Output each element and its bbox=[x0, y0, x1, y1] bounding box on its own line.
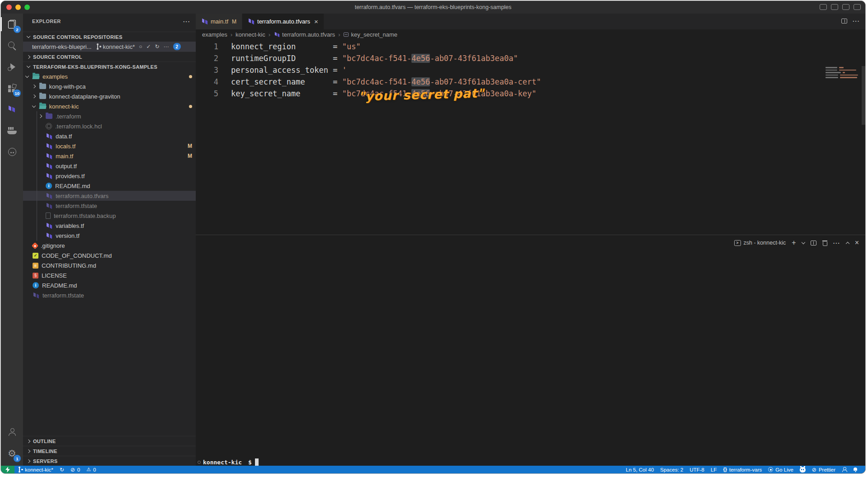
tab-main-tf[interactable]: main.tf M bbox=[196, 14, 242, 29]
tree-item-konnect-kic[interactable]: konnect-kic bbox=[23, 101, 196, 111]
tree-item-code-of-conduct-md[interactable]: CODE_OF_CONDUCT.md bbox=[23, 250, 196, 260]
minimap[interactable] bbox=[826, 67, 858, 80]
activity-run-debug[interactable] bbox=[1, 56, 23, 77]
close-window-button[interactable] bbox=[6, 5, 12, 10]
repo-row[interactable]: terraform-eks-bluepri... konnect-kic* ○ … bbox=[23, 42, 196, 52]
layout-toggle-panel[interactable] bbox=[831, 4, 838, 10]
run-debug-icon bbox=[8, 63, 16, 71]
layout-toggle-secondary-sidebar[interactable] bbox=[842, 4, 849, 10]
tree-item-main-tf[interactable]: main.tf M bbox=[23, 151, 196, 161]
code-line-item[interactable]: 1 konnect_region = "us" bbox=[196, 41, 865, 52]
layout-toggle-primary-sidebar[interactable] bbox=[820, 4, 827, 10]
panel-more-actions-icon[interactable]: ··· bbox=[833, 240, 840, 246]
tree-item-locals-tf[interactable]: locals.tf M bbox=[23, 141, 196, 151]
activity-accounts[interactable] bbox=[1, 421, 23, 443]
crumb-examples[interactable]: examples bbox=[202, 31, 227, 38]
tree-item-variables-tf[interactable]: variables.tf bbox=[23, 221, 196, 231]
activity-extensions[interactable]: 10 bbox=[1, 77, 23, 99]
repo-cloud-icon[interactable]: ○ bbox=[139, 44, 142, 49]
status-remote[interactable] bbox=[1, 466, 14, 473]
minimize-window-button[interactable] bbox=[15, 5, 21, 10]
terminal-output[interactable]: konnect-kic $ bbox=[203, 255, 863, 466]
status-notifications[interactable] bbox=[850, 466, 861, 473]
status-eol[interactable]: LF bbox=[708, 466, 720, 473]
tree-item-terraform[interactable]: .terraform bbox=[23, 111, 196, 121]
status-indentation[interactable]: Spaces: 2 bbox=[657, 466, 686, 473]
status-go-live[interactable]: Go Live bbox=[765, 466, 797, 473]
repo-refresh-icon[interactable]: ↻ bbox=[155, 44, 160, 49]
editor-more-actions-icon[interactable]: ··· bbox=[853, 18, 860, 24]
code-line-item[interactable]: 4 cert_secret_name = "bc7dc4ac-f541-4e56… bbox=[196, 76, 865, 88]
split-terminal-icon[interactable] bbox=[811, 241, 816, 246]
activity-explorer[interactable]: 2 bbox=[1, 14, 23, 35]
code-editor[interactable]: 1 konnect_region = "us" 2 runtimeGroupID… bbox=[196, 41, 865, 235]
shell-selector[interactable]: zsh - konnect-kic bbox=[734, 240, 786, 246]
maximize-panel-icon[interactable] bbox=[846, 241, 849, 245]
chevron-right-icon bbox=[27, 439, 30, 443]
code-line-item[interactable]: 3 personal_access_token = ' bbox=[196, 64, 865, 76]
activity-settings[interactable]: 1 bbox=[1, 443, 23, 464]
tree-item-output-tf[interactable]: output.tf bbox=[23, 161, 196, 171]
status-errors[interactable]: 0 bbox=[67, 466, 83, 473]
terraform-icon bbox=[201, 19, 208, 24]
section-source-control-repositories[interactable]: SOURCE CONTROL REPOSITORIES bbox=[23, 32, 196, 42]
close-panel-icon[interactable] bbox=[855, 239, 859, 246]
launch-profile-chevron-icon[interactable] bbox=[802, 242, 805, 244]
new-terminal-icon[interactable] bbox=[792, 239, 796, 246]
tree-item-terraform-lock-hcl[interactable]: .terraform.lock.hcl bbox=[23, 121, 196, 131]
editor-scrollbar[interactable] bbox=[862, 66, 865, 125]
layout-customize-layout[interactable] bbox=[854, 4, 861, 10]
zoom-window-button[interactable] bbox=[24, 5, 30, 10]
tree-item-terraform-tfstate-backup[interactable]: terraform.tfstate.backup bbox=[23, 211, 196, 221]
status-github[interactable] bbox=[797, 466, 809, 473]
status-language-mode[interactable]: terraform-vars bbox=[720, 466, 765, 473]
tree-item-terraform-tfstate[interactable]: terraform.tfstate bbox=[23, 290, 196, 300]
activity-terraform[interactable] bbox=[1, 99, 23, 120]
file-tree: examples kong-with-pca konnect-dataplane… bbox=[23, 71, 196, 300]
close-tab-icon[interactable]: × bbox=[314, 18, 318, 25]
activity-github[interactable] bbox=[1, 141, 23, 162]
repo-more-icon[interactable]: ··· bbox=[164, 44, 169, 49]
split-editor-icon[interactable] bbox=[841, 19, 847, 24]
status-encoding[interactable]: UTF-8 bbox=[686, 466, 708, 473]
tree-item-data-tf[interactable]: data.tf bbox=[23, 131, 196, 141]
tree-item-terraform-auto-tfvars[interactable]: terraform.auto.tfvars bbox=[23, 191, 196, 201]
tree-item-license[interactable]: LICENSE bbox=[23, 270, 196, 280]
kill-terminal-icon[interactable] bbox=[822, 240, 827, 246]
activity-search[interactable] bbox=[1, 35, 23, 56]
section-source-control[interactable]: SOURCE CONTROL bbox=[23, 52, 196, 61]
tree-item-examples[interactable]: examples bbox=[23, 71, 196, 81]
tree-item-terraform-tfstate[interactable]: terraform.tfstate bbox=[23, 201, 196, 211]
tree-item-kong-with-pca[interactable]: kong-with-pca bbox=[23, 81, 196, 91]
tree-item-gitignore[interactable]: .gitignore bbox=[23, 241, 196, 250]
section-workspace[interactable]: TERRAFORM-EKS-BLUEPRINTS-KONG-SAMPLES bbox=[23, 61, 196, 71]
tree-item-readme-md[interactable]: README.md bbox=[23, 181, 196, 191]
tree-item-contributing-md[interactable]: CONTRIBUTING.md bbox=[23, 260, 196, 270]
handwritten-annotation: "your secret pat" bbox=[359, 86, 485, 103]
octoface-icon bbox=[800, 467, 806, 472]
code-line-item[interactable]: 2 runtimeGroupID = "bc7dc4ac-f541-4e56-a… bbox=[196, 52, 865, 64]
tree-item-readme-md[interactable]: README.md bbox=[23, 280, 196, 290]
section-servers[interactable]: SERVERS bbox=[23, 456, 196, 466]
section-timeline[interactable]: TIMELINE bbox=[23, 446, 196, 456]
status-warnings[interactable]: 0 bbox=[83, 466, 99, 473]
tree-item-providers-tf[interactable]: providers.tf bbox=[23, 171, 196, 181]
status-cursor-position[interactable]: Ln 5, Col 40 bbox=[623, 466, 657, 473]
crumb-key-secret-name[interactable]: key_secret_name bbox=[335, 31, 397, 38]
crumb-konnect-kic[interactable]: konnect-kic bbox=[227, 31, 265, 38]
terminal-line-item bbox=[203, 387, 863, 397]
crumb-terraform-auto-tfvars[interactable]: terraform.auto.tfvars bbox=[265, 31, 335, 38]
explorer-more-actions-icon[interactable]: ··· bbox=[183, 18, 190, 25]
status-prettier[interactable]: Prettier bbox=[809, 466, 839, 473]
code-line-item[interactable]: 5 key_secret_name = "bc7dc4ac-f541-4e56-… bbox=[196, 88, 865, 99]
activity-docker[interactable] bbox=[1, 120, 23, 141]
section-outline[interactable]: OUTLINE bbox=[23, 436, 196, 446]
tree-item-version-tf[interactable]: version.tf bbox=[23, 231, 196, 241]
tree-chevron-icon bbox=[38, 114, 42, 118]
status-branch[interactable]: konnect-kic* bbox=[14, 466, 57, 473]
repo-commit-icon[interactable]: ✓ bbox=[146, 44, 151, 49]
tree-item-konnect-dataplane-graviton[interactable]: konnect-dataplane-graviton bbox=[23, 91, 196, 101]
tab-terraform-auto-tfvars[interactable]: terraform.auto.tfvars × bbox=[242, 14, 324, 29]
status-sync[interactable] bbox=[57, 466, 67, 473]
status-feedback[interactable] bbox=[839, 466, 850, 473]
